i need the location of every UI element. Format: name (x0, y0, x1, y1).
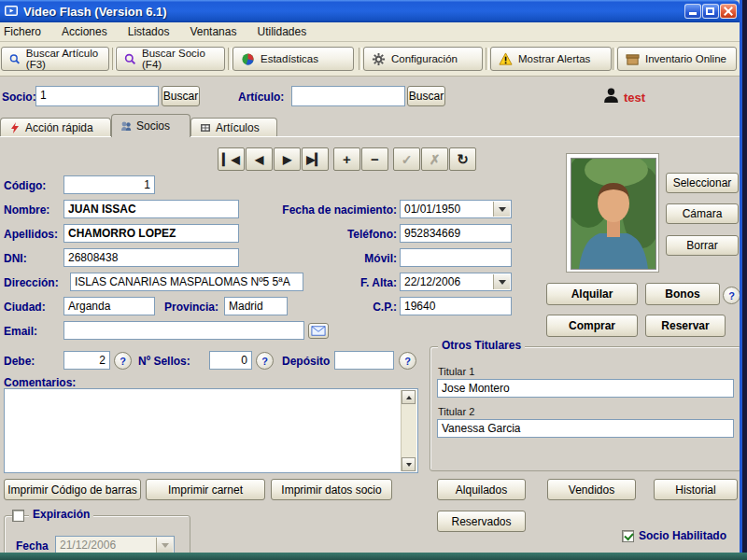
bonos-button[interactable]: Bonos (645, 283, 720, 305)
articulo-search-input[interactable] (291, 86, 405, 106)
reservar-button[interactable]: Reservar (645, 315, 726, 337)
configuracion-button[interactable]: Configuración (363, 47, 483, 71)
imprimir-carnet-button[interactable]: Imprimir carnet (146, 479, 265, 500)
tab-articulos[interactable]: Artículos (190, 118, 277, 136)
send-email-button[interactable] (308, 323, 329, 339)
scroll-up-icon[interactable] (402, 390, 416, 404)
ciudad-field[interactable]: Arganda (63, 297, 155, 315)
dni-label: DNI: (4, 252, 27, 265)
comentarios-textarea[interactable] (4, 388, 418, 473)
imprimir-datos-socio-button[interactable]: Imprimir datos socio (271, 479, 392, 500)
alquilados-button[interactable]: Alquilados (437, 479, 526, 500)
toolbar-button-label: Buscar Artículo (F3) (26, 48, 101, 70)
chevron-down-icon (499, 280, 506, 285)
tab-socios[interactable]: Socios (111, 114, 190, 137)
record-nav-first-button[interactable]: ▎◀ (218, 147, 245, 171)
window-titlebar: Video Flash (Version 6.1) (0, 0, 740, 22)
codigo-field[interactable]: 1 (63, 175, 155, 194)
buscar-socio-button[interactable]: Buscar (162, 86, 200, 106)
record-nav-delete-button[interactable]: − (361, 147, 388, 171)
menu-item-acciones[interactable]: Acciones (62, 25, 107, 38)
fecha-nacimiento-combo[interactable]: 01/01/1950 (400, 200, 512, 218)
dropdown-button[interactable] (156, 538, 173, 553)
close-button[interactable] (720, 4, 737, 19)
seleccionar-button[interactable]: Seleccionar (666, 173, 739, 193)
bonos-help-button[interactable]: ? (723, 287, 740, 304)
buscar-socio-toolbar-button[interactable]: Buscar Socio (F4) (116, 47, 225, 71)
f-alta-value: 22/12/2006 (404, 275, 460, 288)
email-label: Email: (4, 325, 37, 338)
toolbar-button-label: Mostrar Alertas (518, 53, 590, 64)
record-nav-next-button[interactable]: ▶ (274, 147, 301, 171)
toolbar-separator (486, 48, 489, 70)
buscar-articulo-button[interactable]: Buscar (407, 86, 445, 106)
expiracion-checkbox[interactable] (12, 510, 24, 522)
nombre-field[interactable]: JUAN ISSAC (63, 200, 239, 218)
dropdown-button[interactable] (493, 274, 510, 289)
reservados-button[interactable]: Reservados (437, 511, 526, 532)
buscar-articulo-toolbar-button[interactable]: Buscar Artículo (F3) (1, 47, 109, 71)
pie-chart-icon (241, 52, 255, 66)
sellos-help-button[interactable]: ? (256, 352, 274, 370)
menu-item-ventanas[interactable]: Ventanas (190, 25, 236, 38)
record-nav-add-button[interactable]: + (333, 147, 360, 171)
minimize-icon (689, 12, 697, 15)
comentarios-scrollbar[interactable] (401, 390, 416, 471)
email-field[interactable] (63, 321, 304, 340)
f-alta-combo[interactable]: 22/12/2006 (400, 273, 512, 291)
deposito-help-button[interactable]: ? (399, 352, 416, 370)
dni-field[interactable]: 26808438 (63, 248, 239, 267)
movil-field[interactable] (400, 248, 512, 267)
vendidos-button[interactable]: Vendidos (547, 479, 636, 500)
record-nav-cancel-button[interactable]: ✗ (421, 147, 448, 171)
historial-button[interactable]: Historial (654, 479, 738, 500)
tab-accion-rapida[interactable]: Acción rápida (0, 118, 111, 136)
borrar-button[interactable]: Borrar (666, 235, 739, 256)
deposito-label: Depósito (282, 355, 330, 368)
mostrar-alertas-button[interactable]: Mostrar Alertas (490, 47, 612, 71)
socio-habilitado-checkbox[interactable] (622, 530, 634, 542)
expiracion-fecha-combo[interactable]: 21/12/2006 (55, 536, 175, 553)
menu-bar: Fichero Acciones Listados Ventanas Utili… (0, 22, 742, 42)
alquilar-button[interactable]: Alquilar (546, 283, 638, 305)
telefono-label: Teléfono: (264, 228, 397, 241)
fecha-nacimiento-value: 01/01/1950 (404, 203, 460, 216)
socio-search-input[interactable]: 1 (35, 86, 159, 106)
dropdown-button[interactable] (493, 202, 510, 217)
estadisticas-button[interactable]: Estadísticas (233, 47, 354, 71)
inventario-online-button[interactable]: Inventario Online (617, 47, 737, 71)
desktop-edge-bottom (0, 553, 747, 560)
debe-field[interactable]: 2 (63, 351, 110, 370)
apellidos-field[interactable]: CHAMORRO LOPEZ (63, 224, 239, 243)
cp-field[interactable]: 19640 (400, 297, 512, 315)
record-nav-confirm-button[interactable]: ✓ (393, 147, 420, 171)
cp-label: C.P.: (264, 301, 397, 314)
app-window: Video Flash (Version 6.1) Fichero Accion… (0, 0, 742, 553)
chevron-down-icon (499, 207, 506, 212)
sellos-field[interactable]: 0 (209, 351, 252, 370)
comprar-button[interactable]: Comprar (546, 315, 638, 337)
imprimir-codigo-barras-button[interactable]: Imprimir Código de barras (4, 479, 141, 500)
record-nav-last-button[interactable]: ▶▎ (302, 147, 329, 171)
toolbar-separator (359, 48, 362, 70)
menu-item-utilidades[interactable]: Utilidades (257, 25, 306, 38)
tab-label: Socios (136, 119, 170, 133)
telefono-field[interactable]: 952834669 (400, 224, 512, 243)
camara-button[interactable]: Cámara (666, 203, 739, 224)
menu-item-fichero[interactable]: Fichero (4, 25, 41, 38)
menu-item-listados[interactable]: Listados (128, 25, 170, 38)
minimize-button[interactable] (684, 4, 701, 19)
titular1-field[interactable]: Jose Montero (437, 379, 734, 398)
ciudad-label: Ciudad: (4, 301, 46, 314)
maximize-button[interactable] (702, 4, 719, 19)
titular2-field[interactable]: Vanessa Garcia (437, 419, 734, 438)
logged-user-label: test (624, 91, 645, 105)
gear-icon (372, 52, 386, 66)
toolbar-button-label: Inventario Online (645, 53, 726, 64)
film-icon (200, 122, 211, 133)
record-nav-refresh-button[interactable]: ↻ (449, 147, 476, 171)
debe-help-button[interactable]: ? (114, 352, 132, 370)
scroll-down-icon[interactable] (402, 457, 416, 471)
record-nav-previous-button[interactable]: ◀ (246, 147, 273, 171)
deposito-field[interactable] (334, 351, 394, 370)
